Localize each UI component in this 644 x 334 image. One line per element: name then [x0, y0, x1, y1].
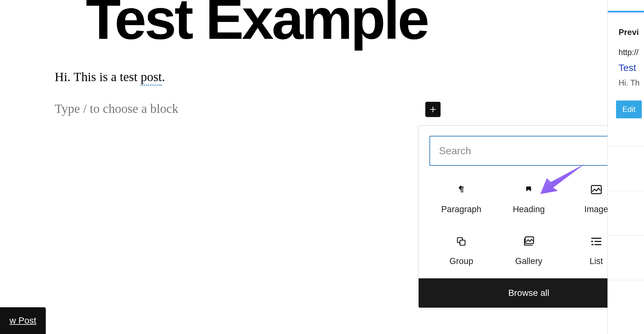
- plus-icon: [429, 105, 437, 114]
- list-icon: [591, 237, 602, 246]
- image-icon: [591, 185, 602, 194]
- block-label: Gallery: [515, 256, 543, 266]
- block-paragraph[interactable]: Paragraph: [428, 177, 495, 217]
- browse-all-button[interactable]: Browse all: [419, 278, 639, 308]
- post-body-text: Hi. This is a test: [55, 70, 140, 84]
- block-heading[interactable]: Heading: [495, 177, 562, 217]
- heading-icon: [524, 185, 533, 194]
- post-body-paragraph[interactable]: Hi. This is a test post.: [55, 69, 165, 84]
- block-inserter-popover: Paragraph Heading Image: [418, 125, 639, 308]
- sidebar-divider: [608, 280, 644, 280]
- block-label: Heading: [513, 205, 545, 214]
- new-post-button[interactable]: w Post: [0, 307, 46, 334]
- block-search-input[interactable]: [439, 145, 609, 157]
- pilcrow-icon: [457, 184, 466, 195]
- active-tab-indicator: [608, 11, 644, 12]
- edit-button[interactable]: Edit: [616, 101, 642, 118]
- preview-heading: Previ: [619, 27, 639, 37]
- sidebar-divider: [608, 191, 644, 191]
- block-gallery[interactable]: Gallery: [495, 228, 562, 269]
- block-search-field[interactable]: [429, 136, 628, 166]
- block-label: Paragraph: [441, 205, 481, 214]
- settings-sidebar: Previ http:// Test Hi. Th Edit: [607, 0, 644, 334]
- block-label: Group: [449, 256, 473, 266]
- sidebar-divider: [608, 235, 644, 236]
- svg-rect-4: [460, 240, 465, 245]
- preview-title-link[interactable]: Test: [619, 62, 636, 73]
- block-placeholder[interactable]: Type / to choose a block: [55, 101, 178, 116]
- add-block-button[interactable]: [425, 102, 441, 117]
- editor-canvas: Test Example Hi. This is a test post. Ty…: [0, 0, 607, 334]
- block-label: List: [590, 256, 603, 266]
- preview-excerpt: Hi. Th: [619, 78, 640, 87]
- svg-point-7: [591, 240, 593, 242]
- sidebar-divider: [608, 146, 644, 147]
- block-grid: Paragraph Heading Image: [419, 173, 639, 278]
- block-group[interactable]: Group: [428, 228, 495, 269]
- block-label: Image: [584, 205, 608, 214]
- group-icon: [456, 236, 466, 247]
- preview-url: http://: [619, 48, 639, 57]
- spellcheck-underline: post: [140, 70, 162, 86]
- gallery-icon: [523, 236, 534, 247]
- post-body-text-suffix: .: [162, 70, 165, 84]
- post-title[interactable]: Test Example: [86, 0, 428, 48]
